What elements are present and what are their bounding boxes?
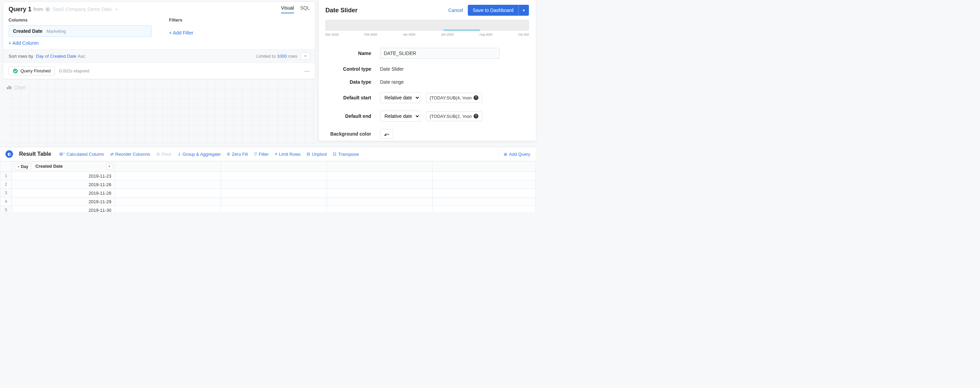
plus-icon: ⊕ [504, 152, 508, 157]
result-logo-icon: ◐ [5, 150, 13, 158]
sort-prefix: Sort rows by [8, 54, 33, 59]
bar-chart-icon [7, 86, 11, 89]
add-query-button[interactable]: ⊕Add Query [498, 150, 530, 158]
chart-label: Chart [14, 85, 25, 90]
zero-fill-button[interactable]: ⊘Zero Fill [227, 152, 248, 157]
status-text: Query Finished [21, 68, 51, 73]
filter-icon: ▽ [254, 152, 257, 156]
tab-sql[interactable]: SQL [300, 5, 310, 13]
limit-icon: ≡ [275, 152, 277, 156]
bg-color-label: Background color [325, 131, 380, 137]
day-granularity-pill[interactable]: ▾Day [15, 163, 32, 170]
sort-field: Day of Created Date [36, 54, 76, 59]
rownum-header [0, 162, 12, 172]
date-cell: 2019-11-26 [12, 180, 115, 189]
help-icon[interactable]: ? [474, 114, 478, 119]
query-status-badge[interactable]: Query Finished [8, 66, 55, 75]
name-label: Name [325, 51, 380, 56]
from-label: from [33, 6, 43, 12]
result-section: ◐ Result Table ⊞⁺Calculated Column ⇄Reor… [0, 147, 536, 212]
rownum-cell: 1 [0, 172, 12, 180]
rownum-cell: 4 [0, 197, 12, 206]
query-title: Query 1 [8, 6, 32, 13]
data-type-value: Date range [380, 79, 404, 85]
slider-selected-range[interactable] [444, 30, 480, 30]
name-input[interactable] [380, 48, 500, 59]
add-filter-link[interactable]: + Add Filter [169, 30, 193, 35]
pivot-button: ⊞Pivot [156, 152, 172, 157]
created-date-header[interactable]: ▾Day Created Date ▾ [12, 162, 115, 172]
limit-label: Limited to 1000 rows [256, 54, 298, 59]
tab-visual[interactable]: Visual [281, 5, 294, 13]
column-pill-sub: Marketing [46, 29, 66, 34]
result-title: Result Table [19, 151, 51, 157]
chevron-down-icon: ▾ [18, 165, 19, 169]
table-row[interactable]: 12019-11-23 [0, 172, 536, 180]
default-end-label: Default end [325, 113, 380, 119]
rownum-cell: 3 [0, 189, 12, 197]
slider-preview[interactable] [325, 20, 529, 31]
chevron-down-icon: ▾ [116, 8, 118, 11]
check-icon [13, 68, 18, 73]
pivot-icon: ⊞ [156, 152, 160, 156]
help-icon[interactable]: ? [474, 95, 478, 100]
limit-rows-button[interactable]: ≡Limit Rows [275, 152, 301, 157]
transpose-icon: ⊡ [333, 152, 336, 156]
date-cell: 2019-11-30 [12, 206, 115, 212]
sort-direction: Asc [78, 54, 85, 59]
columns-section-title: Columns [8, 17, 155, 22]
table-row[interactable]: 42019-11-29 [0, 197, 536, 206]
table-row[interactable]: 52019-11-30 [0, 206, 536, 212]
slider-tick-labels: Dec 2019 Feb 2020 Apr 2020 Jun 2020 Aug … [325, 32, 529, 42]
calculated-column-button[interactable]: ⊞⁺Calculated Column [59, 152, 104, 157]
control-type-label: Control type [325, 66, 380, 72]
result-table: ▾Day Created Date ▾ 12019-11-2322019-11-… [0, 161, 536, 212]
default-start-mode-select[interactable]: Relative date [380, 92, 420, 103]
sort-dropdown-toggle[interactable]: ▾ [301, 52, 310, 60]
control-type-value: Date Slider [380, 66, 404, 72]
save-to-dashboard-button[interactable]: Save to Dashboard [468, 5, 518, 16]
sort-row[interactable]: Sort rows by Day of Created Date Asc Lim… [3, 49, 315, 62]
default-start-expression-input[interactable]: {TODAY.SUB(4, 'months ? [426, 93, 482, 103]
source-icon: ◐ [45, 6, 51, 12]
column-menu-toggle[interactable]: ▾ [106, 163, 113, 170]
date-cell: 2019-11-29 [12, 197, 115, 206]
group-aggregate-button[interactable]: ⇣Group & Aggregate [178, 152, 221, 157]
group-icon: ⇣ [178, 152, 181, 156]
col-header-text: Created Date [35, 164, 63, 169]
column-pill-created-date[interactable]: Created Date Marketing [8, 25, 152, 37]
bg-color-picker[interactable]: ◢ ▸ [380, 129, 393, 139]
filters-section-title: Filters [169, 17, 193, 22]
unpivot-button[interactable]: ⊟Unpivot [307, 152, 327, 157]
save-dropdown-toggle[interactable]: ▼ [518, 5, 529, 16]
transpose-button[interactable]: ⊡Transpose [333, 152, 359, 157]
rownum-cell: 5 [0, 206, 12, 212]
default-start-label: Default start [325, 95, 380, 100]
date-cell: 2019-11-28 [12, 189, 115, 197]
data-type-label: Data type [325, 79, 380, 85]
date-slider-editor-panel: Date Slider Cancel Save to Dashboard ▼ D… [318, 0, 536, 141]
zero-icon: ⊘ [227, 152, 230, 156]
default-end-expression-input[interactable]: {TODAY.SUB(2, 'months ? [426, 111, 482, 121]
date-cell: 2019-11-23 [12, 172, 115, 180]
data-source-picker[interactable]: ◐ SaaS Company Demo Data ▾ [45, 6, 118, 12]
elapsed-text: 0.002s elapsed [59, 68, 89, 73]
panel-title: Date Slider [325, 7, 358, 14]
add-column-link[interactable]: + Add Column [8, 40, 38, 46]
table-row[interactable]: 32019-11-28 [0, 189, 536, 197]
source-name: SaaS Company Demo Data [52, 6, 112, 12]
rownum-cell: 2 [0, 180, 12, 189]
unpivot-icon: ⊟ [307, 152, 310, 156]
collapse-button[interactable]: — [304, 68, 310, 74]
add-chart-placeholder[interactable]: Chart [7, 85, 25, 90]
calc-icon: ⊞⁺ [59, 152, 65, 156]
reorder-icon: ⇄ [110, 152, 114, 156]
reorder-columns-button[interactable]: ⇄Reorder Columns [110, 152, 150, 157]
cancel-button[interactable]: Cancel [448, 8, 463, 13]
column-pill-main: Created Date [13, 29, 42, 34]
query-card: Query 1 from ◐ SaaS Company Demo Data ▾ … [3, 2, 315, 79]
filter-button[interactable]: ▽Filter [254, 152, 269, 157]
default-end-mode-select[interactable]: Relative date [380, 111, 420, 122]
table-row[interactable]: 22019-11-26 [0, 180, 536, 189]
